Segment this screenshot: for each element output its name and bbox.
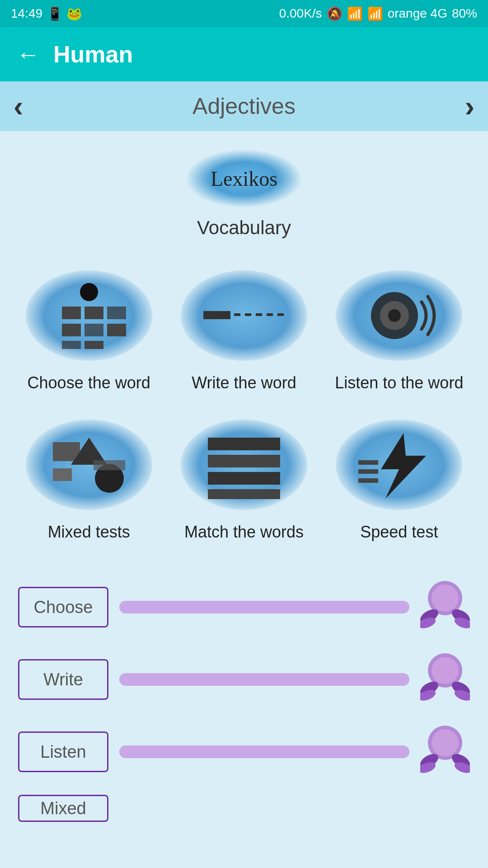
status-bar: 14:49 📱 🐸 0.00K/s 🔕 📶 📶 orange 4G 80% — [0, 0, 488, 27]
write-badge — [420, 650, 470, 709]
lexikos-logo: Lexikos — [185, 149, 303, 208]
status-signal-icon: 📶 — [367, 6, 383, 21]
svg-rect-26 — [358, 478, 378, 483]
svg-rect-3 — [107, 307, 126, 319]
progress-row-mixed: Mixed — [18, 795, 470, 822]
listen-word-label: Listen to the word — [335, 373, 463, 392]
choose-badge — [420, 578, 470, 637]
activity-card-speed-test[interactable]: Speed test — [328, 415, 470, 542]
vocab-header: Lexikos Vocabulary — [18, 149, 470, 239]
svg-rect-15 — [53, 468, 72, 481]
activity-card-write-word[interactable]: Write the word — [173, 266, 314, 392]
choose-word-label: Choose the word — [28, 373, 150, 392]
svg-marker-23 — [381, 433, 426, 499]
status-time: 14:49 — [11, 6, 42, 21]
next-category-button[interactable]: › — [465, 90, 474, 123]
write-word-icon-wrap — [181, 266, 307, 365]
category-nav: ‹ Adjectives › — [0, 81, 488, 131]
listen-word-icon-wrap — [336, 266, 462, 365]
svg-rect-20 — [208, 455, 280, 467]
listen-progress-bar-fill — [119, 745, 366, 758]
shapes-icon — [44, 429, 134, 501]
svg-rect-18 — [94, 460, 125, 470]
main-content: Lexikos Vocabulary — [0, 131, 488, 849]
svg-rect-24 — [358, 460, 378, 465]
choose-progress-bar-fill — [119, 601, 366, 613]
status-network: 0.00K/s — [279, 6, 322, 21]
choose-progress-bar-wrap — [119, 601, 409, 613]
svg-rect-19 — [208, 438, 280, 450]
status-mute-icon: 🔕 — [327, 6, 343, 21]
write-badge-svg — [420, 650, 470, 709]
app-bar: ← Human — [0, 27, 488, 81]
status-wifi-icon: 📶 — [347, 6, 363, 21]
activity-card-choose-word[interactable]: Choose the word — [18, 266, 160, 392]
listen-progress-bar-wrap — [119, 745, 409, 758]
grid-person-icon — [48, 279, 130, 352]
vocabulary-label: Vocabulary — [197, 217, 291, 239]
svg-point-28 — [432, 585, 459, 612]
mixed-tests-icon-wrap — [26, 415, 152, 514]
activity-card-listen-word[interactable]: Listen to the word — [328, 266, 470, 392]
svg-rect-22 — [208, 489, 280, 499]
back-button[interactable]: ← — [16, 41, 40, 68]
status-carrier: orange 4G — [388, 6, 447, 21]
mixed-progress-button[interactable]: Mixed — [18, 795, 108, 822]
svg-rect-21 — [208, 472, 280, 485]
activity-card-mixed-tests[interactable]: Mixed tests — [18, 415, 160, 542]
svg-rect-2 — [84, 307, 103, 319]
app-title: Human — [53, 41, 133, 68]
svg-point-40 — [432, 729, 459, 756]
choose-progress-button[interactable]: Choose — [18, 587, 108, 627]
listen-badge — [420, 722, 470, 781]
prev-category-button[interactable]: ‹ — [14, 90, 23, 123]
progress-section: Choose Write — [18, 578, 470, 822]
svg-point-34 — [432, 657, 459, 684]
speed-arrow-icon — [354, 429, 444, 501]
match-words-icon-wrap — [181, 415, 307, 514]
lexikos-text: Lexikos — [211, 167, 277, 191]
svg-rect-9 — [203, 311, 230, 319]
listen-progress-button[interactable]: Listen — [18, 731, 108, 772]
svg-rect-7 — [62, 341, 81, 349]
progress-row-listen: Listen — [18, 722, 470, 781]
speaker-icon — [354, 279, 444, 352]
svg-point-0 — [80, 283, 98, 301]
write-blank-icon — [199, 288, 289, 343]
listen-badge-svg — [420, 722, 470, 781]
write-progress-bar-fill — [119, 673, 366, 686]
progress-row-write: Write — [18, 650, 470, 709]
status-battery: 80% — [452, 6, 477, 21]
speed-test-label: Speed test — [360, 523, 438, 542]
svg-rect-5 — [84, 324, 103, 336]
svg-rect-4 — [62, 324, 81, 336]
svg-point-13 — [388, 309, 401, 322]
write-word-label: Write the word — [192, 373, 296, 392]
svg-rect-8 — [84, 341, 103, 349]
choose-badge-svg — [420, 578, 470, 637]
category-title: Adjectives — [192, 93, 296, 119]
svg-rect-25 — [358, 469, 378, 474]
activity-grid: Choose the word Write the word — [18, 266, 470, 542]
write-progress-button[interactable]: Write — [18, 659, 108, 700]
match-words-label: Match the words — [184, 523, 304, 542]
table-list-icon — [199, 429, 289, 501]
svg-rect-1 — [62, 307, 81, 319]
progress-row-choose: Choose — [18, 578, 470, 637]
speed-test-icon-wrap — [336, 415, 462, 514]
write-progress-bar-wrap — [119, 673, 409, 686]
status-app-icons: 📱 🐸 — [47, 6, 82, 21]
mixed-tests-label: Mixed tests — [48, 523, 130, 542]
choose-word-icon-wrap — [26, 266, 152, 365]
svg-rect-6 — [107, 324, 126, 336]
activity-card-match-words[interactable]: Match the words — [173, 415, 314, 542]
